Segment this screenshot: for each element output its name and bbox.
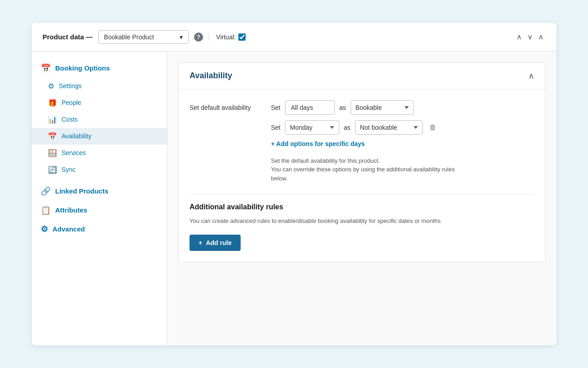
- help-icon[interactable]: ?: [194, 33, 203, 42]
- card-header: Availability ∧: [179, 63, 545, 90]
- sidebar: 📅 Booking Options ⚙ Settings 🎁 People 📊 …: [32, 52, 167, 345]
- attributes-icon: 📋: [41, 205, 51, 215]
- sidebar-item-availability[interactable]: 📅 Availability: [32, 128, 167, 145]
- default-avail-label: Set default availability: [190, 100, 262, 111]
- gear-icon: ⚙: [48, 82, 54, 90]
- sidebar-item-costs[interactable]: 📊 Costs: [32, 111, 167, 128]
- costs-icon: 📊: [48, 115, 57, 124]
- product-data-panel: Product data — Bookable Product ▾ ? Virt…: [32, 23, 556, 345]
- product-type-value: Bookable Product: [104, 33, 154, 41]
- card-body: Set default availability Set All days as: [179, 90, 545, 262]
- delete-row-button[interactable]: 🗑: [427, 122, 438, 133]
- sync-icon: 🔄: [48, 165, 57, 174]
- as-label-2: as: [344, 124, 351, 131]
- day-select[interactable]: Monday Tuesday Wednesday Thursday Friday…: [285, 120, 339, 135]
- additional-rules-title: Additional availability rules: [190, 203, 534, 211]
- sidebar-item-sync[interactable]: 🔄 Sync: [32, 161, 167, 178]
- as-label-1: as: [339, 104, 346, 111]
- product-data-label: Product data —: [43, 33, 93, 41]
- add-rule-label: Add rule: [206, 239, 232, 246]
- arrow-up2-button[interactable]: ∧: [536, 31, 545, 43]
- availability-icon: 📅: [48, 132, 57, 141]
- virtual-text: Virtual:: [216, 33, 236, 41]
- product-data-header: Product data — Bookable Product ▾ ? Virt…: [32, 23, 556, 52]
- services-label: Services: [62, 149, 86, 156]
- advanced-label: Advanced: [52, 225, 85, 233]
- sidebar-item-attributes[interactable]: 📋 Attributes: [32, 201, 167, 220]
- add-options-link[interactable]: + Add options for specific days: [271, 140, 455, 147]
- bookable-select[interactable]: Bookable Not bookable: [351, 100, 414, 115]
- avail-row-2: Set Monday Tuesday Wednesday Thursday Fr…: [271, 120, 455, 135]
- services-icon: 🪟: [48, 149, 57, 157]
- additional-rules-section: Additional availability rules You can cr…: [190, 203, 534, 251]
- default-availability-section: Set default availability Set All days as: [190, 100, 534, 183]
- advanced-icon: ⚙: [41, 224, 48, 234]
- avail-row-1: Set All days as Bookable Not bookable: [271, 100, 455, 115]
- add-rule-button[interactable]: + Add rule: [190, 235, 241, 251]
- arrow-up-button[interactable]: ∧: [515, 31, 524, 43]
- settings-label: Settings: [59, 82, 82, 90]
- set-label-2: Set: [271, 124, 280, 131]
- desc-line-1: Set the default availability for this pr…: [271, 156, 455, 165]
- sync-label: Sync: [62, 166, 76, 173]
- default-avail-desc: Set the default availability for this pr…: [271, 156, 455, 183]
- sidebar-item-booking-options[interactable]: 📅 Booking Options: [32, 59, 167, 78]
- availability-label: Availability: [62, 132, 91, 140]
- arrow-down-button[interactable]: ∨: [526, 31, 535, 43]
- desc-line-3: below.: [271, 174, 455, 183]
- availability-title: Availability: [190, 71, 232, 80]
- all-days-value: All days: [291, 104, 313, 111]
- collapse-arrows: ∧ ∨ ∧: [515, 31, 545, 43]
- product-type-select[interactable]: Bookable Product ▾: [98, 30, 189, 44]
- chevron-down-icon: ▾: [180, 33, 183, 41]
- plus-icon: +: [199, 239, 202, 246]
- not-bookable-select[interactable]: Not bookable Bookable: [355, 120, 423, 135]
- virtual-checkbox[interactable]: [238, 33, 246, 41]
- availability-rows: Set All days as Bookable Not bookable: [271, 100, 455, 183]
- content-area: Availability ∧ Set default availability …: [167, 52, 556, 345]
- sidebar-item-people[interactable]: 🎁 People: [32, 94, 167, 111]
- attributes-label: Attributes: [55, 206, 87, 214]
- link-icon: 🔗: [41, 186, 51, 196]
- desc-line-2: You can override these options by using …: [271, 165, 455, 174]
- main-content: 📅 Booking Options ⚙ Settings 🎁 People 📊 …: [32, 52, 556, 345]
- linked-products-label: Linked Products: [55, 187, 109, 195]
- additional-rules-desc: You can create advanced rules to enable/…: [190, 217, 534, 226]
- collapse-button[interactable]: ∧: [528, 71, 534, 81]
- availability-card: Availability ∧ Set default availability …: [178, 62, 545, 262]
- sidebar-item-advanced[interactable]: ⚙ Advanced: [32, 220, 167, 239]
- people-icon: 🎁: [48, 99, 57, 107]
- calendar-icon: 📅: [41, 63, 51, 73]
- booking-options-label: Booking Options: [55, 64, 110, 72]
- costs-label: Costs: [62, 116, 78, 123]
- people-label: People: [62, 99, 81, 106]
- set-label-1: Set: [271, 104, 280, 111]
- all-days-display: All days: [285, 100, 335, 115]
- sidebar-item-settings[interactable]: ⚙ Settings: [32, 78, 167, 94]
- sidebar-item-services[interactable]: 🪟 Services: [32, 145, 167, 161]
- virtual-field: Virtual:: [209, 33, 246, 41]
- section-divider: [190, 193, 534, 194]
- sidebar-item-linked-products[interactable]: 🔗 Linked Products: [32, 182, 167, 201]
